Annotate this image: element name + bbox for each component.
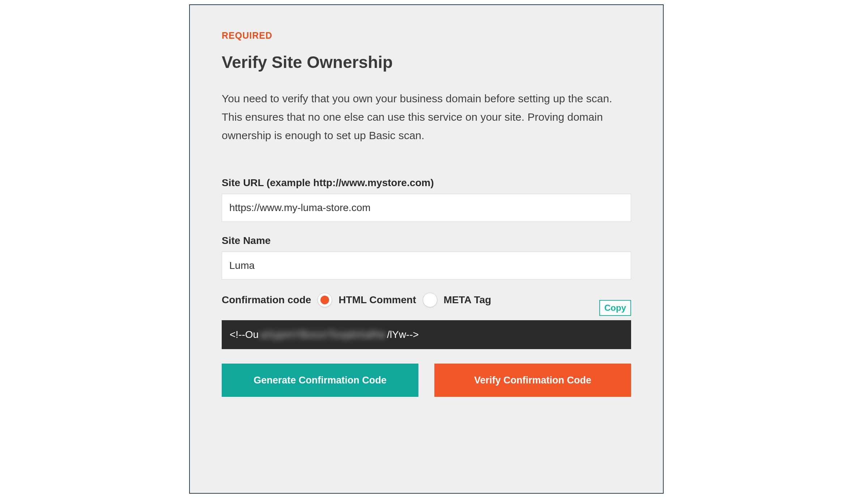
site-name-field-group: Site Name [222, 235, 631, 280]
radio-meta-tag-label: META Tag [444, 294, 492, 306]
copy-button[interactable]: Copy [599, 300, 631, 316]
radio-html-comment[interactable] [318, 293, 332, 307]
page-title: Verify Site Ownership [222, 52, 631, 72]
radio-html-comment-label: HTML Comment [339, 294, 416, 306]
verify-code-button[interactable]: Verify Confirmation Code [434, 364, 631, 397]
site-name-input[interactable] [222, 252, 631, 280]
confirmation-code-label: Confirmation code [222, 294, 311, 306]
description-text: You need to verify that you own your bus… [222, 89, 612, 145]
radio-meta-tag[interactable] [423, 293, 437, 307]
code-prefix: <!--Ou [230, 329, 259, 340]
site-url-label: Site URL (example http://www.mystore.com… [222, 177, 631, 189]
site-name-label: Site Name [222, 235, 631, 246]
confirmation-code-row: Confirmation code HTML Comment META Tag … [222, 293, 631, 307]
action-buttons-row: Generate Confirmation Code Verify Confir… [222, 364, 631, 397]
generate-code-button[interactable]: Generate Confirmation Code [222, 364, 418, 397]
code-suffix: /lYw--> [387, 329, 419, 340]
code-obscured: aXypmYBoxxrToxpbXaRw [260, 329, 386, 340]
site-url-input[interactable] [222, 194, 631, 222]
required-badge: REQUIRED [222, 30, 631, 41]
verify-ownership-panel: REQUIRED Verify Site Ownership You need … [189, 4, 664, 494]
site-url-field-group: Site URL (example http://www.mystore.com… [222, 177, 631, 222]
confirmation-code-display: <!--Ou aXypmYBoxxrToxpbXaRw /lYw--> [222, 320, 631, 349]
